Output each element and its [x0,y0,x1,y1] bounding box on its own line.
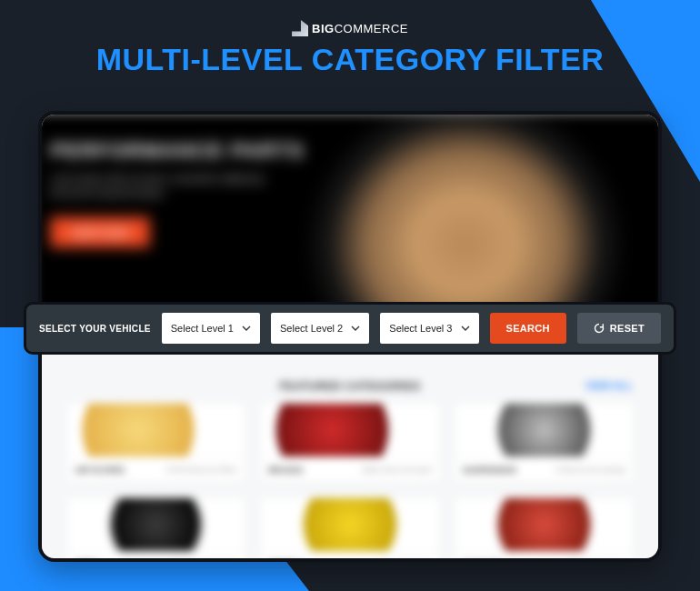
category-card[interactable]: EXHAUSTCat-back systems [455,498,633,562]
category-sub: Brake discs and pads [362,466,432,474]
section-heading: FEATURED CATEGORIES [67,380,633,393]
category-thumb [455,498,633,551]
category-sub: Performance air filters [166,466,237,474]
reset-label: RESET [610,323,645,334]
level3-placeholder: Select Level 3 [389,323,452,334]
brand-mark-icon [292,20,308,36]
brand-name-bold: BIG [312,22,335,35]
category-card[interactable]: TIRESAll-season and track [67,498,245,562]
featured-section: FEATURED CATEGORIES VIEW ALL AIR FILTERS… [42,329,658,558]
level3-select[interactable]: Select Level 3 [380,313,478,344]
category-thumb [261,498,438,551]
level1-placeholder: Select Level 1 [171,323,234,334]
category-thumb [67,498,245,551]
category-card[interactable]: SUSPENSIONCoilovers and springs [455,404,633,482]
level2-placeholder: Select Level 2 [280,323,343,334]
brand-name-light: COMMERCE [335,22,408,35]
brand-name: BIGCOMMERCE [312,22,408,35]
search-button[interactable]: SEARCH [490,313,566,344]
category-sub: Alloy and forged [379,560,432,562]
category-sub: All-season and track [172,560,237,562]
category-thumb [67,404,245,456]
category-sub: Coilovers and springs [555,466,625,474]
reset-icon [594,323,605,334]
chevron-down-icon [242,324,251,333]
category-name: SUSPENSION [463,466,516,475]
brand-logo: BIGCOMMERCE [0,20,700,36]
chevron-down-icon [351,324,360,333]
filter-label: SELECT YOUR VEHICLE [39,324,151,334]
vehicle-filter-bar: SELECT YOUR VEHICLE Select Level 1 Selec… [24,302,676,355]
hero-cta-button[interactable]: SHOP NOW [50,217,149,247]
hero-banner: PERFORMANCE PARTS Lorem ipsum dolor sit … [38,111,662,334]
category-card[interactable]: AIR FILTERSPerformance air filters [67,404,245,482]
level2-select[interactable]: Select Level 2 [271,313,369,344]
category-thumb [455,404,633,456]
category-name: EXHAUST [463,560,502,563]
view-all-link[interactable]: VIEW ALL [585,380,633,391]
category-sub: Cat-back systems [567,560,625,562]
category-name: TIRES [75,560,99,563]
level1-select[interactable]: Select Level 1 [162,313,260,344]
category-name: BRAKES [268,466,303,475]
category-card[interactable]: WHEELSAlloy and forged [261,498,438,562]
hero-subtext: Lorem ipsum dolor sit amet, consectetur … [50,173,267,200]
category-thumb [261,404,438,456]
category-card[interactable]: BRAKESBrake discs and pads [261,404,438,482]
category-grid: AIR FILTERSPerformance air filters BRAKE… [67,404,633,562]
page-title: MULTI-LEVEL CATEGORY FILTER [0,42,700,77]
category-name: WHEELS [268,560,304,563]
hero-heading: PERFORMANCE PARTS [50,138,649,163]
reset-button[interactable]: RESET [577,313,661,344]
chevron-down-icon [461,324,470,333]
category-name: AIR FILTERS [75,466,125,475]
